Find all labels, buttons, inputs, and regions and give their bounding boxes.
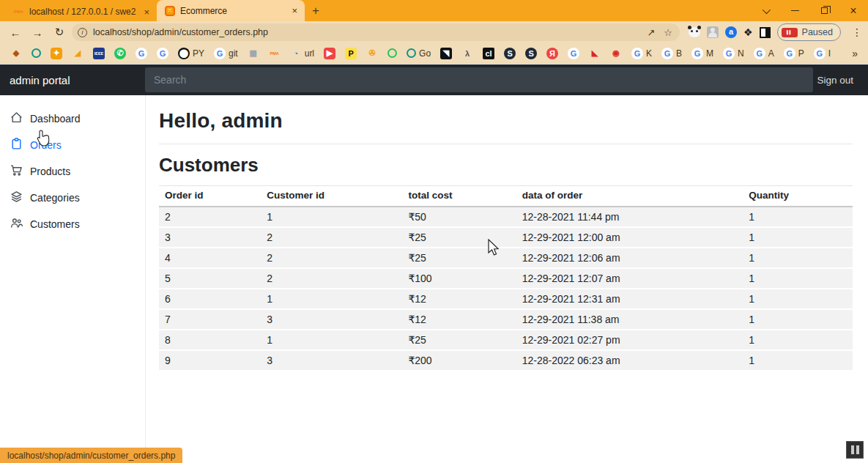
recorder-pause-button[interactable]	[846, 441, 864, 459]
table-cell: 1	[261, 207, 402, 227]
tab-close-icon[interactable]: ×	[292, 5, 297, 16]
bird-icon[interactable]: ◥	[437, 48, 455, 59]
share-icon[interactable]: ↗	[647, 27, 655, 38]
xampp-favicon: ⁙	[164, 5, 175, 16]
orders-table: Order idCustomer idtotal costdata of ord…	[159, 185, 853, 371]
google-icon[interactable]: GP	[781, 48, 807, 59]
table-cell: 2	[261, 227, 402, 248]
bookmarks-overflow-icon[interactable]: »	[852, 48, 861, 59]
s-circle-icon[interactable]: S	[522, 48, 540, 59]
google-icon[interactable]: G	[565, 48, 582, 59]
forward-icon[interactable]: →	[28, 26, 47, 39]
bookmark-label: B	[676, 48, 682, 59]
address-bar[interactable]: i localhost/shop/admin/customer_orders.p…	[72, 23, 680, 41]
browser-menu-icon[interactable]: ⋮	[852, 26, 862, 38]
close-button[interactable]: ×	[839, 0, 868, 21]
diamond-icon[interactable]: ◆	[7, 48, 25, 59]
table-row: 52₹10012-29-2021 12:07 am1	[159, 268, 853, 289]
table-cell: ₹50	[402, 207, 516, 227]
signout-link[interactable]: Sign out	[817, 75, 853, 86]
table-cell: ₹25	[402, 330, 516, 350]
orders-table-head-row: Order idCustomer idtotal costdata of ord…	[159, 186, 853, 207]
sidebar-item-products[interactable]: Products	[0, 158, 145, 185]
back-icon[interactable]: ←	[6, 26, 25, 39]
youtube-icon[interactable]: ▶	[321, 48, 338, 59]
phpmyadmin-icon[interactable]: PMA	[266, 48, 283, 59]
sidebar-item-customers[interactable]: Customers	[0, 211, 145, 237]
sidebar-item-orders[interactable]: Orders	[0, 132, 145, 158]
sidebar-item-dashboard[interactable]: Dashboard	[0, 105, 145, 132]
ieee-icon[interactable]: IEEE	[90, 48, 108, 59]
github-icon[interactable]: ⬤PY	[175, 48, 207, 59]
google-icon[interactable]: Ggit	[211, 48, 241, 59]
google-icon[interactable]: GI	[811, 48, 834, 59]
google-icon[interactable]: GM	[689, 48, 716, 59]
table-row: 93₹20012-28-2022 06:23 am1	[159, 350, 853, 371]
bookmark-label: PY	[193, 48, 204, 59]
person-extension-icon[interactable]	[707, 26, 719, 38]
godaddy-icon[interactable]	[29, 48, 44, 58]
tab-search-chevron-icon[interactable]	[751, 0, 780, 21]
tab-ecommerce[interactable]: ⁙ Ecommerce ×	[157, 0, 305, 21]
tab-close-icon[interactable]: ×	[144, 7, 149, 18]
page-content: admin portal Sign out DashboardOrdersPro…	[0, 64, 868, 463]
s-circle-icon[interactable]: S	[501, 48, 519, 59]
bird-icon: ◥	[440, 48, 452, 59]
google-icon[interactable]: G	[154, 48, 171, 59]
table-cell: 8	[159, 330, 261, 350]
table-cell: 12-28-2021 11:44 pm	[516, 207, 743, 227]
green-circle-icon[interactable]	[385, 48, 400, 58]
column-header: Order id	[159, 186, 261, 207]
figure-icon: λ	[461, 48, 473, 59]
google-icon[interactable]: GN	[720, 48, 747, 59]
table-cell: 1	[743, 289, 853, 309]
google-icon[interactable]: GK	[628, 48, 655, 59]
tab-title: Ecommerce	[180, 6, 286, 16]
speedometer-icon[interactable]: ◔url	[287, 48, 317, 59]
adblock-extension-icon[interactable]: a	[725, 26, 737, 38]
analytics-icon[interactable]: ◢	[69, 48, 86, 59]
sidebar-item-categories[interactable]: Categories	[0, 185, 145, 211]
extensions-puzzle-icon[interactable]: ❖	[743, 26, 753, 38]
bookmark-label: git	[229, 48, 238, 59]
orange-app-icon[interactable]: ✦	[48, 48, 65, 59]
bookmark-star-icon[interactable]: ☆	[664, 27, 672, 38]
window-controls: ×	[751, 0, 868, 21]
godaddy-icon[interactable]: Go	[404, 48, 434, 59]
sync-paused-button[interactable]: ▌▌ Paused	[777, 23, 841, 41]
site-info-icon[interactable]: i	[78, 28, 87, 37]
restore-button[interactable]	[809, 0, 839, 21]
url-text[interactable]: localhost/shop/admin/customer_orders.php	[93, 27, 641, 37]
google-icon[interactable]: G	[133, 48, 150, 59]
sidebar-item-label: Categories	[30, 192, 80, 204]
yandex-icon[interactable]: Я	[544, 48, 561, 59]
google-icon[interactable]: GB	[659, 48, 685, 59]
tab-phpmyadmin[interactable]: PMA localhost / 127.0.0.1 / swe2 / use ×	[6, 2, 157, 21]
figure-icon[interactable]: λ	[459, 48, 476, 59]
sidebar-item-label: Products	[30, 166, 70, 177]
minimize-button[interactable]	[780, 0, 809, 21]
reload-icon[interactable]: ↻	[50, 26, 69, 39]
google-icon[interactable]: GA	[751, 48, 777, 59]
column-header: total cost	[402, 186, 516, 207]
table-cell: 12-29-2021 12:00 am	[516, 227, 743, 248]
search-input[interactable]	[145, 67, 813, 92]
p-yellow-icon: P	[345, 48, 357, 59]
grey-tool-icon[interactable]: ▦	[245, 48, 262, 59]
table-cell: 12-29-2021 11:38 am	[516, 309, 743, 330]
cl-icon[interactable]: cl	[480, 48, 497, 59]
table-cell: 2	[261, 268, 402, 289]
tab-strip: PMA localhost / 127.0.0.1 / swe2 / use ×…	[0, 0, 751, 21]
sidebar-item-label: Orders	[30, 139, 62, 151]
table-cell: 1	[261, 289, 402, 309]
profile-avatar-icon[interactable]	[760, 27, 771, 38]
new-tab-button[interactable]: +	[312, 4, 319, 18]
bookmark-label: A	[768, 48, 774, 59]
matlab-icon[interactable]: ◣	[586, 48, 604, 59]
eye-icon[interactable]: ◉	[607, 48, 625, 59]
google-icon: G	[661, 48, 673, 59]
p-yellow-icon[interactable]: P	[342, 48, 360, 59]
whatsapp-icon[interactable]: ✆	[111, 48, 129, 59]
camera-icon[interactable]: ✇	[363, 48, 381, 59]
panda-extension-icon[interactable]	[689, 27, 700, 37]
